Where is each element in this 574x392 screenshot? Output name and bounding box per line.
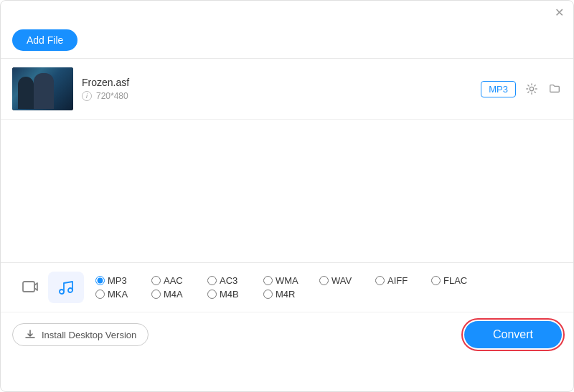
- install-label: Install Desktop Version: [42, 330, 136, 340]
- convert-button[interactable]: Convert: [464, 321, 562, 348]
- format-row-1: MP3 AAC AC3 WMA WAV AIFF: [95, 275, 562, 286]
- format-m4r[interactable]: M4R: [263, 289, 314, 300]
- convert-button-wrapper: Convert: [464, 321, 562, 348]
- svg-point-0: [530, 87, 533, 90]
- format-ac3[interactable]: AC3: [207, 275, 258, 286]
- file-resolution: 720*480: [96, 91, 128, 101]
- file-thumbnail: [12, 67, 73, 110]
- format-aiff[interactable]: AIFF: [375, 275, 425, 286]
- format-mp3[interactable]: MP3: [95, 275, 146, 286]
- file-item: Frozen.asf i 720*480 MP3: [1, 59, 573, 120]
- format-selector: MP3 AAC AC3 WMA WAV AIFF: [1, 263, 573, 312]
- format-m4b[interactable]: M4B: [207, 289, 258, 300]
- video-tab[interactable]: [12, 272, 48, 303]
- download-icon: [24, 329, 36, 340]
- audio-tab[interactable]: [48, 272, 84, 303]
- file-meta: i 720*480: [82, 91, 472, 101]
- svg-point-2: [60, 290, 64, 294]
- add-file-button[interactable]: Add File: [12, 29, 77, 51]
- title-bar: ✕: [1, 1, 573, 24]
- close-button[interactable]: ✕: [553, 6, 565, 18]
- svg-rect-1: [23, 282, 34, 292]
- toolbar: Add File: [1, 24, 573, 59]
- bottom-section: MP3 AAC AC3 WMA WAV AIFF: [1, 262, 573, 357]
- format-m4a[interactable]: M4A: [151, 289, 202, 300]
- action-bar: Install Desktop Version Convert: [1, 312, 573, 357]
- format-wav[interactable]: WAV: [319, 275, 370, 286]
- file-actions: MP3: [481, 81, 562, 97]
- format-aac[interactable]: AAC: [151, 275, 202, 286]
- info-icon: i: [82, 91, 92, 101]
- folder-icon[interactable]: [547, 82, 562, 96]
- format-flac[interactable]: FLAC: [431, 275, 481, 286]
- file-list: Frozen.asf i 720*480 MP3: [1, 59, 573, 161]
- install-button[interactable]: Install Desktop Version: [12, 323, 149, 346]
- empty-area: [1, 161, 573, 262]
- format-badge[interactable]: MP3: [481, 81, 516, 97]
- format-row-2: MKA M4A M4B M4R: [95, 289, 562, 300]
- file-name: Frozen.asf: [82, 77, 472, 88]
- settings-icon[interactable]: [524, 82, 539, 96]
- file-info: Frozen.asf i 720*480: [82, 77, 472, 101]
- format-mka[interactable]: MKA: [95, 289, 146, 300]
- format-options: MP3 AAC AC3 WMA WAV AIFF: [84, 275, 562, 300]
- format-wma[interactable]: WMA: [263, 275, 314, 286]
